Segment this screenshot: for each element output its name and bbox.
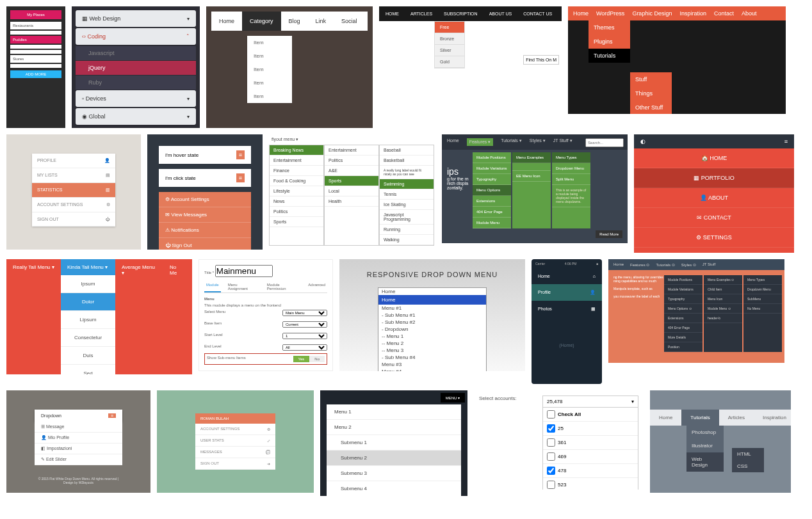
checkbox[interactable]: [547, 452, 555, 461]
mega-item[interactable]: Module Menu: [473, 218, 511, 228]
menu-notifications[interactable]: ⚠ Notifications: [159, 223, 251, 238]
tab-social[interactable]: Social: [334, 12, 365, 31]
hamburger-icon[interactable]: ≡: [236, 173, 245, 182]
submenu-item[interactable]: Submenu 4: [327, 481, 461, 496]
menu-signout[interactable]: ⏻ Sign Out: [159, 238, 251, 250]
submenu-item[interactable]: Themes: [589, 20, 630, 35]
select-list[interactable]: Home Home Menu #1 - Sub Menu #1 - Sub Me…: [378, 287, 487, 371]
tab-assignment[interactable]: Menu Assignment: [226, 281, 260, 292]
accordion-sub[interactable]: Ruby: [76, 76, 196, 90]
flyout-item[interactable]: Local: [325, 186, 378, 196]
search-input[interactable]: [585, 138, 624, 147]
nav-portfolio[interactable]: ▦ PORTFOLIO: [634, 168, 794, 188]
select-item[interactable]: -- Menu 3: [378, 347, 486, 354]
select-item[interactable]: Menu #1: [378, 305, 486, 312]
select-item[interactable]: Menu #3: [378, 361, 486, 368]
read-more-button[interactable]: Read More: [596, 230, 622, 238]
flyout-item[interactable]: Running: [380, 225, 434, 235]
list-item[interactable]: Restaurants: [10, 22, 61, 29]
mega-item[interactable]: EE Menu Icon: [512, 171, 551, 182]
mega-item[interactable]: Split Menu: [552, 174, 590, 185]
nav-tutorials[interactable]: Tutorials: [681, 410, 719, 426]
mega-item[interactable]: Child Item: [704, 285, 742, 294]
mega-item[interactable]: Typography: [473, 174, 511, 185]
menu-header[interactable]: Average Menu ▾: [115, 259, 163, 281]
submenu-item[interactable]: Submenu 1: [327, 435, 461, 451]
checkbox[interactable]: [547, 410, 555, 419]
flyout-item[interactable]: News: [270, 196, 323, 207]
menu-header[interactable]: Really Tall Menu ▾: [6, 259, 61, 275]
dd-item[interactable]: CSS: [732, 460, 764, 472]
mega-item[interactable]: Extensions: [473, 196, 511, 207]
nav-item[interactable]: Tutorials ⊙: [656, 262, 674, 267]
sidebar-profile[interactable]: PROFILE👤: [32, 154, 115, 168]
mega-item[interactable]: Module Variations: [664, 285, 702, 294]
menu-settings[interactable]: ACCOUNT SETTINGS⚙: [195, 424, 275, 435]
flyout-item[interactable]: Basketball: [380, 156, 434, 166]
tab-module[interactable]: Module: [204, 281, 221, 292]
mega-item[interactable]: Dropdown Menu: [743, 285, 782, 294]
list-item[interactable]: [10, 45, 61, 49]
dd-item[interactable]: HTML: [732, 448, 764, 460]
menu-item[interactable]: Lipsum: [61, 311, 115, 329]
dropdown-item[interactable]: Item: [247, 36, 292, 49]
checkbox[interactable]: [547, 424, 555, 433]
sidebar-lists[interactable]: MY LISTS▤: [32, 168, 115, 183]
sidebar-stats[interactable]: STATISTICS▥: [32, 183, 115, 198]
select-item[interactable]: - Sub Menu #2: [378, 319, 486, 326]
accordion-sub-active[interactable]: jQuery: [76, 61, 196, 75]
menu-item[interactable]: Sed: [61, 365, 115, 374]
nav-articles[interactable]: ARTICLES: [410, 12, 432, 16]
nav-home[interactable]: 🏠 HOME: [634, 148, 794, 168]
flyout-item[interactable]: Sports: [270, 217, 323, 227]
select-item[interactable]: Home: [378, 288, 486, 295]
mega-item[interactable]: No Menu: [743, 304, 782, 314]
flyout-item[interactable]: Politics: [325, 156, 378, 166]
nav-photos[interactable]: Photos▦: [532, 301, 602, 317]
nav-about[interactable]: ABOUT US: [489, 12, 512, 16]
nav-item[interactable]: Inspiration: [679, 10, 706, 17]
menu-signout[interactable]: SIGN OUT➜: [195, 458, 275, 470]
flyout-item[interactable]: Swimming: [380, 179, 434, 189]
yes-no-toggle[interactable]: YesNo: [293, 356, 325, 362]
list-item[interactable]: Stores: [10, 55, 61, 63]
nav-item[interactable]: JT Stuff ▾: [553, 138, 572, 146]
sidebar-settings[interactable]: ACCOUNT SETTINGS⚙: [32, 198, 115, 212]
dropdown-item[interactable]: Item: [247, 76, 292, 90]
menu-item[interactable]: ☰ Message: [35, 422, 122, 433]
hamburger-icon[interactable]: ≡: [784, 138, 788, 145]
dd-item[interactable]: Photoshop: [686, 426, 724, 439]
flyout-item[interactable]: Ice Skating: [380, 200, 434, 210]
menu-item[interactable]: Menu 1: [327, 404, 461, 420]
mega-item[interactable]: Module Positions: [473, 152, 511, 163]
flyout-item[interactable]: Baseball: [380, 145, 434, 156]
accordion-item-expanded[interactable]: ‹› Coding˄: [76, 28, 196, 45]
dropdown-item[interactable]: Item: [247, 49, 292, 63]
select-item[interactable]: Menu #4: [378, 368, 486, 371]
mega-item[interactable]: Menu Types: [743, 275, 782, 285]
nav-item[interactable]: Features ⊙: [630, 262, 649, 267]
select-item[interactable]: - Sub Menu #1: [378, 312, 486, 319]
nav-contact[interactable]: CONTACT US: [523, 12, 552, 16]
nav-item[interactable]: Styles ⊙: [681, 262, 696, 267]
nav-item[interactable]: Home: [613, 262, 624, 267]
title-input[interactable]: [215, 265, 273, 277]
select-item[interactable]: - Sub Menu #4: [378, 354, 486, 361]
menu-messages[interactable]: ✉ View Messages: [159, 207, 251, 223]
account-row[interactable]: 523: [543, 478, 638, 490]
menu-item[interactable]: Duis: [61, 347, 115, 365]
nav-settings[interactable]: ⚙ SETTINGS: [634, 228, 794, 248]
account-row[interactable]: 469: [543, 450, 638, 464]
flyout-item[interactable]: Breaking News: [270, 145, 323, 156]
nav-profile[interactable]: Profile👤: [532, 284, 602, 301]
tier-free[interactable]: Free: [435, 22, 464, 33]
hamburger-icon[interactable]: ≡: [236, 150, 245, 159]
mega-item[interactable]: Module Variations: [473, 163, 511, 174]
submenu-item-active[interactable]: Tutorials: [589, 49, 630, 63]
nav-item[interactable]: Contact: [714, 10, 734, 17]
tab-blog[interactable]: Blog: [281, 12, 308, 31]
start-level[interactable]: 1: [282, 333, 327, 339]
mega-item[interactable]: Module Menu ⊙: [704, 304, 742, 314]
menu-item[interactable]: 👤 Mio Profile: [35, 433, 122, 443]
find-button[interactable]: Find This On M: [523, 55, 559, 65]
